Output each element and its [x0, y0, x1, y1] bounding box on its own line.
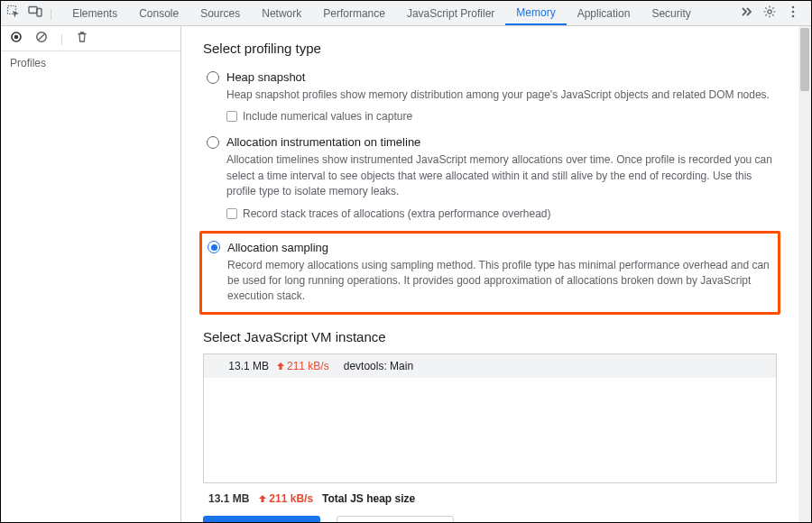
- trash-icon[interactable]: [76, 31, 88, 46]
- radio-timeline[interactable]: [207, 136, 219, 149]
- option-allocation-sampling[interactable]: Allocation sampling Record memory alloca…: [199, 231, 780, 315]
- checkbox-stack-traces-label: Record stack traces of allocations (extr…: [243, 207, 551, 220]
- svg-rect-2: [37, 9, 42, 17]
- inspect-icon[interactable]: [6, 5, 21, 22]
- tab-sources[interactable]: Sources: [189, 1, 251, 25]
- option-timeline-title: Allocation instrumentation on timeline: [226, 135, 420, 149]
- topbar-leading: |: [6, 5, 61, 22]
- option-timeline-sub[interactable]: Record stack traces of allocations (extr…: [226, 207, 773, 220]
- svg-point-4: [792, 6, 795, 9]
- arrow-up-icon: [258, 494, 267, 503]
- tab-memory[interactable]: Memory: [505, 1, 566, 25]
- summary-rate: 211 kB/s: [258, 492, 313, 505]
- checkbox-include-numerical-label: Include numerical values in capture: [243, 110, 412, 123]
- sidebar-toolbar: |: [1, 26, 180, 51]
- radio-sampling[interactable]: [208, 241, 220, 253]
- summary-label: Total JS heap size: [322, 492, 415, 505]
- load-button[interactable]: Load: [337, 516, 454, 522]
- heading-vm-instance: Select JavaScript VM instance: [203, 329, 777, 344]
- action-buttons: Start Load: [203, 516, 777, 522]
- vm-name: devtools: Main: [344, 360, 413, 372]
- record-icon[interactable]: [10, 31, 23, 46]
- svg-rect-1: [29, 7, 37, 14]
- main-panel: Select profiling type Heap snapshot Heap…: [181, 26, 811, 522]
- scrollbar[interactable]: [798, 26, 811, 522]
- kebab-icon[interactable]: [786, 5, 800, 22]
- tab-elements[interactable]: Elements: [61, 1, 128, 25]
- clear-icon[interactable]: [35, 31, 48, 46]
- heading-profiling-type: Select profiling type: [203, 41, 777, 56]
- tab-security[interactable]: Security: [641, 1, 701, 25]
- tab-js-profiler[interactable]: JavaScript Profiler: [396, 1, 505, 25]
- svg-point-5: [792, 11, 795, 14]
- svg-point-8: [14, 35, 19, 40]
- summary-mem: 13.1 MB: [208, 492, 249, 505]
- option-heap-snapshot[interactable]: Heap snapshot Heap snapshot profiles sho…: [203, 65, 777, 128]
- start-button[interactable]: Start: [203, 516, 320, 522]
- option-heap-sub[interactable]: Include numerical values in capture: [226, 110, 773, 123]
- vm-instance-list: 13.1 MB 211 kB/s devtools: Main: [203, 353, 777, 483]
- sidebar: | Profiles: [1, 26, 181, 522]
- vm-rate: 211 kB/s: [276, 360, 329, 372]
- option-allocation-timeline[interactable]: Allocation instrumentation on timeline A…: [203, 130, 777, 225]
- option-sampling-title: Allocation sampling: [227, 241, 328, 254]
- heap-summary: 13.1 MB 211 kB/s Total JS heap size: [203, 483, 777, 516]
- tab-application[interactable]: Application: [567, 1, 641, 25]
- arrow-up-icon: [276, 362, 285, 371]
- option-sampling-desc: Record memory allocations using sampling…: [227, 258, 772, 305]
- svg-line-10: [38, 33, 45, 41]
- gear-icon[interactable]: [762, 5, 777, 22]
- vm-mem: 13.1 MB: [213, 360, 269, 372]
- devtools-topbar: | Elements Console Sources Network Perfo…: [1, 1, 811, 26]
- device-toggle-icon[interactable]: [28, 5, 42, 22]
- sidebar-section-profiles[interactable]: Profiles: [1, 51, 180, 75]
- option-timeline-desc: Allocation timelines show instrumented J…: [226, 152, 773, 199]
- svg-point-3: [768, 10, 771, 14]
- option-heap-desc: Heap snapshot profiles show memory distr…: [226, 87, 773, 103]
- option-heap-title: Heap snapshot: [226, 70, 305, 84]
- checkbox-stack-traces[interactable]: [226, 208, 237, 219]
- vm-instance-row[interactable]: 13.1 MB 211 kB/s devtools: Main: [204, 354, 776, 378]
- profiling-type-group: Heap snapshot Heap snapshot profiles sho…: [203, 65, 777, 318]
- tab-performance[interactable]: Performance: [312, 1, 396, 25]
- radio-heap[interactable]: [207, 71, 219, 84]
- checkbox-include-numerical[interactable]: [226, 111, 237, 122]
- topbar-trailing: [734, 5, 806, 22]
- tab-console[interactable]: Console: [128, 1, 189, 25]
- more-tabs-icon[interactable]: [739, 5, 753, 22]
- panel-tabs: Elements Console Sources Network Perform…: [61, 1, 734, 25]
- tab-network[interactable]: Network: [251, 1, 312, 25]
- svg-point-6: [792, 15, 795, 18]
